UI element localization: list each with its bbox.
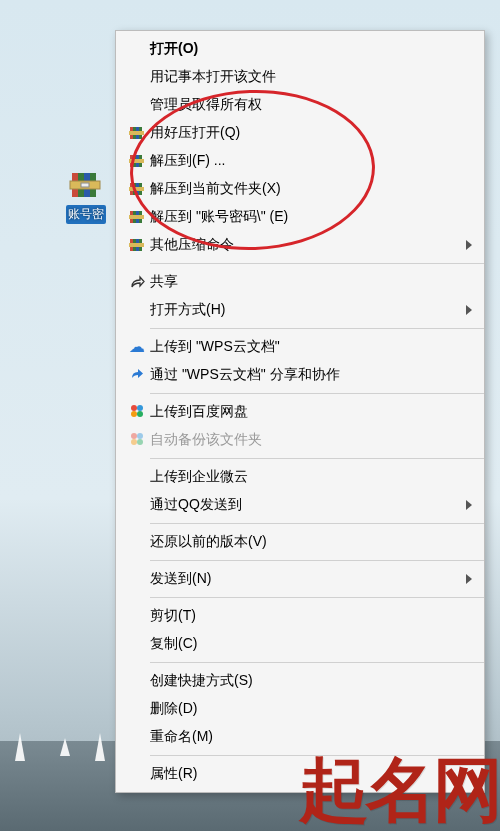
menu-other-archive-cmds[interactable]: 其他压缩命令	[116, 231, 484, 259]
menu-send-to[interactable]: 发送到(N)	[116, 565, 484, 593]
menu-share-wps[interactable]: 通过 "WPS云文档" 分享和协作	[116, 361, 484, 389]
baidu-pan-icon	[129, 431, 145, 450]
cloud-upload-icon: ☁	[129, 339, 145, 355]
menu-admin-owner[interactable]: 管理员取得所有权	[116, 91, 484, 119]
menu-rename[interactable]: 重命名(M)	[116, 723, 484, 751]
menu-cut[interactable]: 剪切(T)	[116, 602, 484, 630]
menu-open-notepad[interactable]: 用记事本打开该文件	[116, 63, 484, 91]
menu-upload-qiye[interactable]: 上传到企业微云	[116, 463, 484, 491]
menu-send-qq[interactable]: 通过QQ发送到	[116, 491, 484, 519]
menu-auto-backup: 自动备份该文件夹	[116, 426, 484, 454]
menu-extract-here[interactable]: 解压到当前文件夹(X)	[116, 175, 484, 203]
svg-rect-20	[129, 187, 144, 191]
chevron-right-icon	[466, 305, 472, 315]
chevron-right-icon	[466, 500, 472, 510]
sailboat-decoration	[15, 733, 25, 761]
menu-separator	[150, 328, 484, 329]
menu-separator	[150, 393, 484, 394]
desktop-icon-label: 账号密	[66, 205, 106, 224]
menu-delete[interactable]: 删除(D)	[116, 695, 484, 723]
chevron-right-icon	[466, 574, 472, 584]
archive-icon	[129, 125, 145, 141]
archive-icon	[129, 237, 145, 253]
svg-rect-30	[129, 243, 144, 247]
menu-separator	[150, 523, 484, 524]
chevron-right-icon	[466, 240, 472, 250]
archive-icon	[129, 181, 145, 197]
svg-rect-25	[129, 215, 144, 219]
svg-point-34	[137, 411, 143, 417]
svg-rect-15	[129, 159, 144, 163]
menu-open-with[interactable]: 打开方式(H)	[116, 296, 484, 324]
svg-rect-10	[129, 131, 144, 135]
menu-haozip-open[interactable]: 用好压打开(Q)	[116, 119, 484, 147]
svg-point-33	[131, 411, 137, 417]
sailboat-decoration	[95, 733, 105, 761]
svg-point-37	[131, 439, 137, 445]
svg-point-38	[137, 439, 143, 445]
menu-separator	[150, 458, 484, 459]
svg-point-35	[131, 433, 137, 439]
menu-create-shortcut[interactable]: 创建快捷方式(S)	[116, 667, 484, 695]
share-arrow-icon	[129, 366, 145, 385]
archive-icon	[129, 209, 145, 225]
menu-upload-wps[interactable]: ☁ 上传到 "WPS云文档"	[116, 333, 484, 361]
menu-separator	[150, 263, 484, 264]
baidu-pan-icon	[129, 403, 145, 422]
svg-point-32	[137, 405, 143, 411]
menu-copy[interactable]: 复制(C)	[116, 630, 484, 658]
context-menu: 打开(O) 用记事本打开该文件 管理员取得所有权 用好压打开(Q) 解压到(F)…	[115, 30, 485, 793]
sailboat-decoration	[60, 738, 70, 756]
watermark-text: 起名网	[299, 756, 500, 826]
menu-upload-baidu[interactable]: 上传到百度网盘	[116, 398, 484, 426]
menu-extract-to[interactable]: 解压到(F) ...	[116, 147, 484, 175]
menu-separator	[150, 662, 484, 663]
menu-open[interactable]: 打开(O)	[116, 35, 484, 63]
svg-point-31	[131, 405, 137, 411]
menu-separator	[150, 560, 484, 561]
desktop-archive-file[interactable]: 账号密	[58, 167, 114, 224]
archive-icon	[68, 167, 104, 203]
menu-restore-versions[interactable]: 还原以前的版本(V)	[116, 528, 484, 556]
share-icon	[129, 273, 145, 292]
archive-icon	[129, 153, 145, 169]
menu-share[interactable]: 共享	[116, 268, 484, 296]
menu-separator	[150, 597, 484, 598]
svg-rect-5	[81, 183, 89, 187]
svg-point-36	[137, 433, 143, 439]
menu-extract-to-named[interactable]: 解压到 "账号密码\" (E)	[116, 203, 484, 231]
